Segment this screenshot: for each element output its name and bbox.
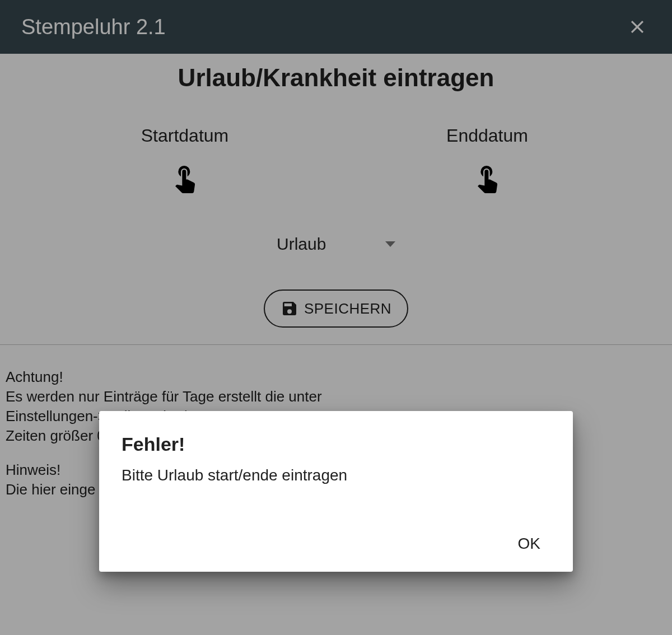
- dialog-message: Bitte Urlaub start/ende eintragen: [122, 466, 550, 484]
- error-dialog: Fehler! Bitte Urlaub start/ende eintrage…: [99, 411, 573, 572]
- dialog-actions: OK: [122, 529, 550, 558]
- dialog-title: Fehler!: [122, 433, 550, 455]
- dialog-ok-button[interactable]: OK: [508, 529, 550, 558]
